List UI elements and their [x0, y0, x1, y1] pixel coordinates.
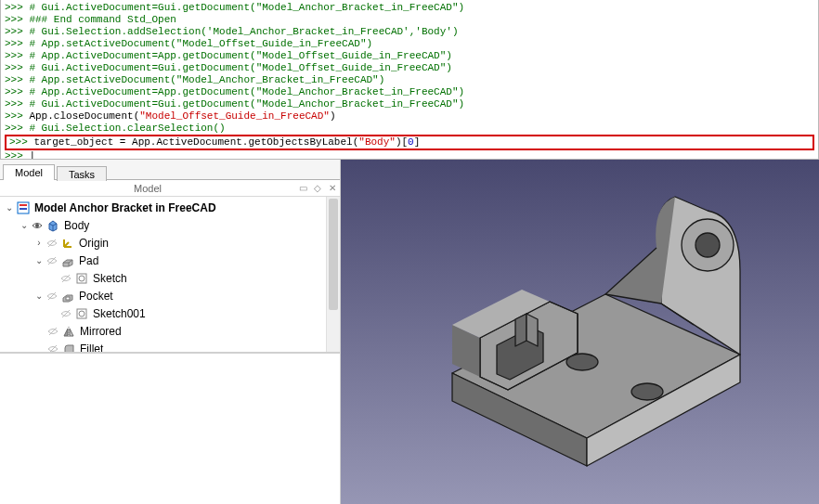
eye-off-icon[interactable]	[59, 309, 72, 318]
tree-label: Sketch001	[93, 307, 146, 320]
body-icon	[46, 218, 60, 233]
python-console[interactable]: >>> # Gui.ActiveDocument=Gui.getDocument…	[0, 0, 819, 160]
pad-icon	[60, 253, 75, 268]
tree-row-pad[interactable]: ⌄ Pad	[0, 252, 340, 269]
caret-down-icon[interactable]: ⌄	[33, 291, 45, 302]
tree-label: Pocket	[79, 290, 113, 303]
3d-viewport[interactable]	[341, 160, 819, 504]
svg-point-16	[79, 311, 84, 317]
panel-float-icon[interactable]: ▭	[295, 183, 310, 193]
console-cursor[interactable]: |	[29, 150, 35, 160]
svg-point-3	[35, 224, 39, 227]
sketch-icon	[74, 271, 89, 286]
highlighted-command: >>> target_object = App.ActiveDocument.g…	[5, 135, 814, 150]
tree-row-fillet[interactable]: Fillet	[0, 340, 340, 353]
tree-row-origin[interactable]: › Origin	[0, 234, 340, 252]
bracket-model[interactable]	[341, 160, 819, 504]
console-prompt: >>>	[5, 2, 23, 13]
pocket-icon	[60, 289, 75, 304]
tree-label: Pad	[79, 254, 98, 267]
property-panel[interactable]	[0, 353, 340, 505]
svg-point-11	[79, 276, 84, 281]
left-panel: Model Tasks Model ▭ ◇ ✕ ⌄ Model Anchor B…	[0, 160, 341, 504]
tree-label: Mirrored	[80, 325, 122, 338]
tree-label: Body	[64, 219, 89, 232]
panel-title: Model	[0, 183, 295, 194]
tree-row-sketch[interactable]: Sketch	[0, 269, 340, 287]
tree-label: Fillet	[80, 342, 103, 353]
eye-off-icon[interactable]	[46, 291, 58, 301]
tab-tasks[interactable]: Tasks	[57, 166, 107, 181]
eye-off-icon[interactable]	[46, 256, 58, 265]
svg-rect-2	[20, 208, 27, 210]
svg-point-22	[631, 383, 663, 400]
tab-model[interactable]: Model	[3, 164, 55, 180]
tree-row-sketch001[interactable]: Sketch001	[0, 304, 340, 322]
tree-row-body[interactable]: ⌄ Body	[0, 216, 340, 234]
sketch-icon	[74, 306, 89, 321]
tree-label: Model Anchor Bracket in FreeCAD	[34, 201, 216, 214]
svg-rect-13	[66, 297, 70, 300]
tree-label: Sketch	[93, 272, 127, 285]
scrollbar-thumb[interactable]	[329, 199, 338, 310]
origin-icon	[60, 236, 75, 251]
fillet-icon	[61, 342, 76, 353]
panel-tabs: Model Tasks	[0, 160, 340, 180]
eye-off-icon[interactable]	[46, 239, 58, 248]
panel-pin-icon[interactable]: ◇	[310, 183, 325, 193]
tree-row-pocket[interactable]: ⌄ Pocket	[0, 287, 340, 304]
svg-rect-1	[20, 204, 27, 206]
model-tree[interactable]: ⌄ Model Anchor Bracket in FreeCAD ⌄ Body	[0, 197, 340, 353]
tree-row-document[interactable]: ⌄ Model Anchor Bracket in FreeCAD	[0, 199, 340, 216]
caret-down-icon[interactable]: ⌄	[33, 255, 45, 266]
tree-scrollbar[interactable]	[326, 197, 340, 352]
document-icon	[16, 200, 31, 215]
panel-close-icon[interactable]: ✕	[325, 183, 340, 193]
eye-off-icon[interactable]	[46, 344, 59, 353]
panel-header: Model ▭ ◇ ✕	[0, 180, 340, 197]
caret-down-icon[interactable]: ⌄	[19, 220, 30, 231]
eye-icon[interactable]	[31, 221, 44, 230]
eye-off-icon[interactable]	[46, 327, 59, 336]
caret-right-icon[interactable]: ›	[33, 238, 45, 249]
caret-down-icon[interactable]: ⌄	[4, 202, 15, 213]
svg-point-24	[696, 233, 720, 257]
tree-label: Origin	[79, 237, 109, 250]
tree-row-mirrored[interactable]: Mirrored	[0, 322, 340, 340]
mirrored-icon	[61, 324, 76, 339]
eye-off-icon[interactable]	[59, 274, 72, 283]
